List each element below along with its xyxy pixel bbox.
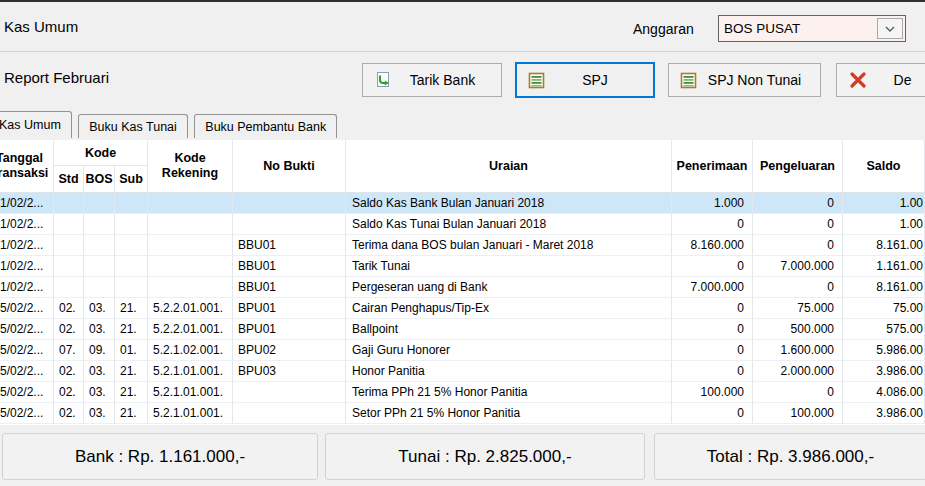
transactions-table: Tanggal Transaksi Kode Std BOS Sub Kode … (0, 140, 925, 425)
cell-uraian: Tarik Tunai (346, 256, 672, 276)
cell-pengeluaran: 0 (753, 277, 843, 297)
cell-sub (115, 214, 148, 234)
cell-bos: 03. (84, 319, 115, 339)
cell-bos: 03. (84, 403, 115, 423)
table-row[interactable]: 5/02/2... 02. 03. 21. 5.2.2.01.001. BPU0… (0, 298, 925, 319)
cell-tanggal: 1/02/2... (0, 235, 54, 255)
bank-withdraw-icon (374, 71, 392, 89)
cell-penerimaan: 1.000 (672, 193, 753, 213)
cell-std: 07. (54, 340, 84, 360)
app-window: Kas Umum Anggaran BOS PUSAT Report Febru… (0, 0, 925, 486)
cell-saldo: 75.00 (843, 298, 925, 318)
col-header-penerimaan: Penerimaan (672, 140, 753, 192)
cell-std: 02. (54, 382, 84, 402)
delete-button[interactable]: De (836, 63, 925, 97)
cell-penerimaan: 7.000.000 (672, 277, 753, 297)
cell-kode-rekening: 5.2.1.01.001. (148, 382, 233, 402)
cell-pengeluaran: 0 (753, 193, 843, 213)
table-body: 1/02/2... Saldo Kas Bank Bulan Januari 2… (0, 193, 925, 424)
cell-pengeluaran: 500.000 (753, 319, 843, 339)
cell-saldo: 4.086.00 (843, 382, 925, 402)
report-title: Report Februari (4, 69, 109, 86)
chevron-down-icon (885, 26, 895, 32)
grand-total-panel: Total : Rp. 3.986.000,- (654, 433, 925, 480)
cell-uraian: Terima PPh 21 5% Honor Panitia (346, 382, 672, 402)
cell-tanggal: 5/02/2... (0, 340, 54, 360)
col-header-kode-rekening: Kode Rekening (148, 140, 233, 192)
page-title: Kas Umum (4, 18, 78, 35)
cell-bos (84, 193, 115, 213)
cell-saldo: 1.00 (843, 214, 925, 234)
table-row[interactable]: 1/02/2... Saldo Kas Bank Bulan Januari 2… (0, 193, 925, 214)
table-row[interactable]: 1/02/2... Saldo Kas Tunai Bulan Januari … (0, 214, 925, 235)
tab-bar: Kas Umum Buku Kas Tunai Buku Pembantu Ba… (0, 111, 925, 138)
cell-no-bukti (233, 214, 346, 234)
col-header-no-bukti: No Bukti (233, 140, 346, 192)
cell-uraian: Honor Panitia (346, 361, 672, 381)
cell-uraian: Pergeseran uang di Bank (346, 277, 672, 297)
cell-pengeluaran: 0 (753, 235, 843, 255)
cell-no-bukti: BPU01 (233, 298, 346, 318)
cell-uraian: Terima dana BOS bulan Januari - Maret 20… (346, 235, 672, 255)
tab-buku-kas-tunai[interactable]: Buku Kas Tunai (78, 114, 188, 138)
cell-saldo: 3.986.00 (843, 361, 925, 381)
cell-penerimaan: 0 (672, 256, 753, 276)
table-row[interactable]: 5/02/2... 02. 03. 21. 5.2.1.01.001. Teri… (0, 382, 925, 403)
cell-tanggal: 1/02/2... (0, 214, 54, 234)
cell-penerimaan: 0 (672, 319, 753, 339)
table-row[interactable]: 5/02/2... 02. 03. 21. 5.2.2.01.001. BPU0… (0, 319, 925, 340)
table-row[interactable]: 1/02/2... BBU01 Terima dana BOS bulan Ja… (0, 235, 925, 256)
cell-no-bukti: BBU01 (233, 277, 346, 297)
table-row[interactable]: 1/02/2... BBU01 Tarik Tunai 0 7.000.000 … (0, 256, 925, 277)
table-row[interactable]: 5/02/2... 02. 03. 21. 5.2.1.01.001. Seto… (0, 403, 925, 424)
cell-sub: 21. (115, 361, 148, 381)
table-row[interactable]: 1/02/2... BBU01 Pergeseran uang di Bank … (0, 277, 925, 298)
anggaran-label: Anggaran (633, 21, 694, 37)
dropdown-button[interactable] (877, 18, 903, 39)
delete-x-icon (848, 71, 868, 89)
cell-tanggal: 1/02/2... (0, 277, 54, 297)
anggaran-dropdown[interactable]: BOS PUSAT (718, 15, 906, 42)
bank-total-text: Bank : Rp. 1.161.000,- (75, 447, 245, 467)
cell-kode-rekening (148, 277, 233, 297)
cell-std: 02. (54, 361, 84, 381)
cell-saldo: 1.00 (843, 193, 925, 213)
spj-non-tunai-button[interactable]: SPJ Non Tunai (668, 63, 821, 97)
cell-no-bukti (233, 193, 346, 213)
col-header-kode: Kode (54, 140, 148, 166)
cell-tanggal: 5/02/2... (0, 298, 54, 318)
cell-sub: 21. (115, 382, 148, 402)
cell-pengeluaran: 75.000 (753, 298, 843, 318)
spj-button[interactable]: SPJ (515, 62, 655, 98)
cell-pengeluaran: 7.000.000 (753, 256, 843, 276)
col-header-sub: Sub (115, 166, 148, 192)
button-label: SPJ (545, 72, 653, 88)
cell-pengeluaran: 100.000 (753, 403, 843, 423)
cell-penerimaan: 0 (672, 361, 753, 381)
tarik-bank-button[interactable]: Tarik Bank (362, 63, 502, 97)
table-row[interactable]: 5/02/2... 02. 03. 21. 5.2.1.01.001. BPU0… (0, 361, 925, 382)
toolbar: Report Februari Tarik Bank (0, 52, 925, 111)
cell-std (54, 256, 84, 276)
tab-kas-umum[interactable]: Kas Umum (0, 111, 72, 138)
cell-kode-rekening (148, 235, 233, 255)
cell-sub: 21. (115, 403, 148, 423)
tab-buku-pembantu-bank[interactable]: Buku Pembantu Bank (194, 114, 337, 138)
cell-std (54, 214, 84, 234)
cell-bos: 03. (84, 298, 115, 318)
cell-kode-rekening: 5.2.1.02.001. (148, 340, 233, 360)
cell-bos: 03. (84, 361, 115, 381)
cell-no-bukti: BBU01 (233, 235, 346, 255)
cell-std: 02. (54, 319, 84, 339)
cell-uraian: Setor PPh 21 5% Honor Panitia (346, 403, 672, 423)
cell-std (54, 235, 84, 255)
cell-sub: 21. (115, 319, 148, 339)
bank-total-panel: Bank : Rp. 1.161.000,- (2, 433, 318, 480)
cell-uraian: Saldo Kas Bank Bulan Januari 2018 (346, 193, 672, 213)
table-row[interactable]: 5/02/2... 07. 09. 01. 5.2.1.02.001. BPU0… (0, 340, 925, 361)
cell-kode-rekening: 5.2.2.01.001. (148, 319, 233, 339)
col-header-kode-group: Kode Std BOS Sub (54, 140, 148, 192)
cell-kode-rekening: 5.2.1.01.001. (148, 403, 233, 423)
cell-no-bukti: BPU02 (233, 340, 346, 360)
grand-total-text: Total : Rp. 3.986.000,- (707, 447, 874, 467)
